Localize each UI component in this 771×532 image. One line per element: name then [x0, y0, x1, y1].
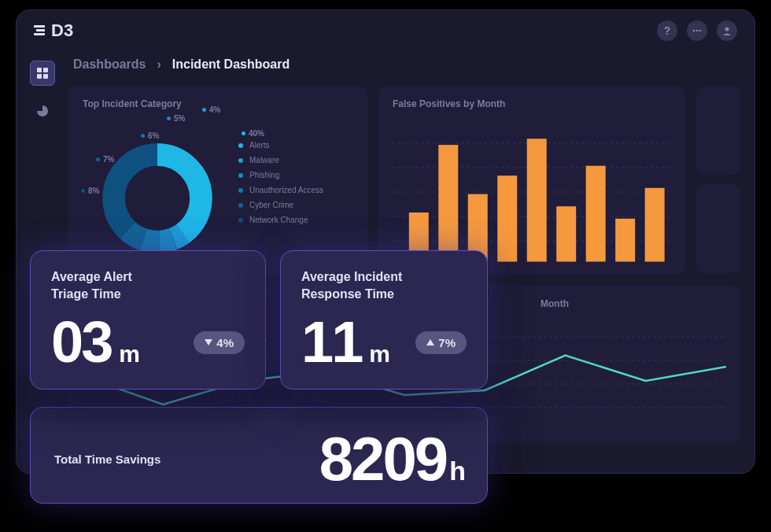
- svg-rect-26: [586, 166, 606, 262]
- delta-badge: 7%: [415, 331, 467, 354]
- metric-value: 03: [51, 313, 111, 371]
- metric-unit: m: [369, 341, 390, 368]
- breadcrumb: Dashboards › Incident Dashboard: [73, 57, 740, 72]
- metric-value: 11: [301, 313, 361, 371]
- metric-unit: m: [119, 341, 140, 368]
- brand-logo: D3: [34, 20, 94, 41]
- bar-chart: [393, 117, 671, 267]
- svg-rect-21: [438, 145, 458, 261]
- svg-point-1: [696, 30, 699, 32]
- placeholder-card: [696, 86, 740, 175]
- svg-rect-28: [645, 188, 665, 262]
- user-avatar-icon[interactable]: [717, 20, 737, 41]
- topbar: D3 ?: [17, 10, 754, 51]
- metric-title: Total Time Savings: [54, 453, 160, 466]
- placeholder-card: [696, 184, 740, 273]
- legend-item: Unauthorized Access: [238, 186, 323, 194]
- donut-legend: Alerts Malware Phishing Unauthorized Acc…: [238, 141, 323, 231]
- svg-rect-27: [615, 219, 635, 262]
- false-positives-card: False Positives by Month: [378, 86, 685, 275]
- breadcrumb-current: Incident Dashboard: [172, 57, 290, 72]
- svg-rect-6: [37, 74, 42, 79]
- donut-pct: 6%: [141, 131, 159, 140]
- metric-title: Average IncidentResponse Time: [301, 268, 467, 302]
- donut-pct: 5%: [167, 114, 185, 123]
- svg-rect-25: [556, 206, 576, 261]
- top-incident-category-card: Top Incident Category: [68, 86, 367, 275]
- svg-rect-23: [497, 175, 517, 261]
- svg-point-3: [725, 28, 729, 31]
- sidebar-reports-icon[interactable]: [30, 98, 55, 124]
- svg-rect-4: [37, 68, 42, 72]
- legend-item: Network Change: [238, 216, 323, 224]
- help-icon[interactable]: ?: [657, 20, 677, 41]
- metric-value: 8209: [319, 423, 447, 495]
- caret-down-icon: [205, 339, 212, 345]
- metric-unit: h: [449, 456, 463, 486]
- caret-up-icon: [426, 339, 434, 345]
- avg-triage-time-card: Average AlertTriage Time 03 m 4%: [30, 250, 266, 390]
- metric-title: Average AlertTriage Time: [51, 268, 245, 302]
- donut-pct: 40%: [242, 129, 264, 138]
- card-title: False Positives by Month: [393, 98, 671, 109]
- delta-badge: 4%: [194, 331, 245, 354]
- total-time-savings-card: Total Time Savings 8209 h: [30, 407, 488, 504]
- chat-icon[interactable]: [687, 20, 707, 41]
- sidebar-dashboard-icon[interactable]: [30, 61, 55, 86]
- legend-item: Phishing: [238, 171, 323, 179]
- avg-response-time-card: Average IncidentResponse Time 11 m 7%: [280, 250, 488, 390]
- breadcrumb-parent[interactable]: Dashboards: [73, 57, 146, 72]
- chevron-right-icon: ›: [157, 57, 160, 72]
- svg-rect-5: [43, 68, 48, 72]
- legend-item: Cyber Crime: [238, 201, 323, 209]
- brand-text: D3: [51, 20, 73, 40]
- svg-rect-7: [43, 74, 48, 79]
- legend-item: Alerts: [238, 141, 323, 150]
- donut-pct: 7%: [96, 155, 114, 164]
- donut-pct: 8%: [81, 187, 99, 195]
- legend-item: Malware: [238, 156, 323, 164]
- donut-pct: 4%: [202, 105, 220, 114]
- svg-point-0: [693, 30, 695, 32]
- svg-rect-24: [527, 139, 547, 261]
- svg-point-2: [699, 30, 702, 32]
